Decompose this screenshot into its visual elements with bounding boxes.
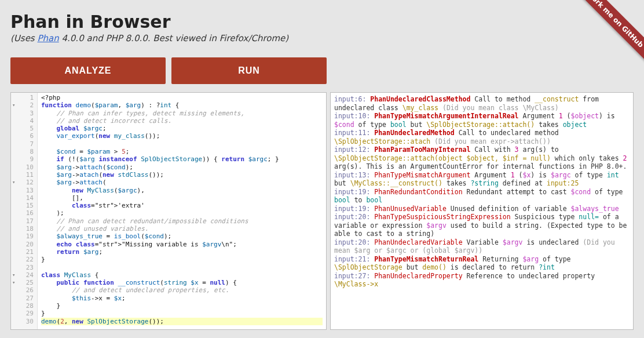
- phan-link[interactable]: Phan: [37, 33, 58, 43]
- code-line: $this->x = $x;: [41, 295, 323, 302]
- subtitle-post: 4.0.0 and PHP 8.0.0. Best viewed in Fire…: [59, 33, 288, 43]
- code-line: return $arg;: [41, 248, 323, 256]
- code-line: }: [41, 256, 323, 263]
- run-button[interactable]: RUN: [171, 57, 327, 84]
- code-line: [],: [41, 194, 323, 202]
- code-line: demo(2, new SplObjectStorage());: [41, 318, 323, 325]
- code-line: class="str">'extra': [41, 202, 323, 209]
- code-line: <?php: [41, 94, 323, 101]
- code-line: $always_true = is_bool($cond);: [41, 232, 323, 240]
- output-panel: input:6: PhanUndeclaredClassMethod Call …: [330, 92, 634, 330]
- main-container: Phan in Browser (Uses Phan 4.0.0 and PHP…: [0, 0, 644, 330]
- code-line: // and unused variables.: [41, 225, 323, 232]
- code-line: );: [41, 209, 323, 217]
- code-line: }: [41, 302, 323, 310]
- code-line: [41, 140, 323, 148]
- code-line: echo class="str">"Missing variable is $a…: [41, 241, 323, 248]
- line-gutter: 1234567891011121314151617181920212223242…: [11, 93, 38, 329]
- code-line: // and detect undeclared properties, etc…: [41, 286, 323, 294]
- code-line: new MyClass($argc),: [41, 187, 323, 194]
- code-line: // Phan can infer types, detect missing …: [41, 110, 323, 117]
- subtitle-pre: (Uses: [10, 33, 37, 43]
- code-line: class MyClass {: [41, 271, 323, 279]
- analyze-button[interactable]: ANALYZE: [10, 57, 166, 84]
- subtitle: (Uses Phan 4.0.0 and PHP 8.0.0. Best vie…: [10, 33, 634, 43]
- code-line: $arg->atach(new stdClass());: [41, 171, 323, 179]
- code-line: var_export(new my_class());: [41, 132, 323, 140]
- page-title: Phan in Browser: [10, 12, 634, 32]
- code-line: function demo($param, $arg) : ?int {: [41, 101, 323, 109]
- code-line: if (!($arg instanceof SplObjectStorage))…: [41, 155, 323, 163]
- code-editor[interactable]: 1234567891011121314151617181920212223242…: [10, 92, 327, 330]
- code-line: $cond = $param > 5;: [41, 148, 323, 155]
- code-area[interactable]: <?phpfunction demo($param, $arg) : ?int …: [38, 93, 326, 329]
- code-line: global $argc;: [41, 125, 323, 132]
- code-line: // Phan can detect redundant/impossible …: [41, 217, 323, 225]
- code-line: public function __construct(string $x = …: [41, 279, 323, 286]
- code-line: }: [41, 310, 323, 317]
- panels: 1234567891011121314151617181920212223242…: [10, 92, 634, 330]
- code-line: [41, 264, 323, 271]
- button-row: ANALYZE RUN: [10, 57, 634, 84]
- code-line: $arg->attach(: [41, 179, 323, 186]
- code-line: // and detect incorrect calls.: [41, 117, 323, 125]
- code-line: $arg->attach($cond);: [41, 163, 323, 171]
